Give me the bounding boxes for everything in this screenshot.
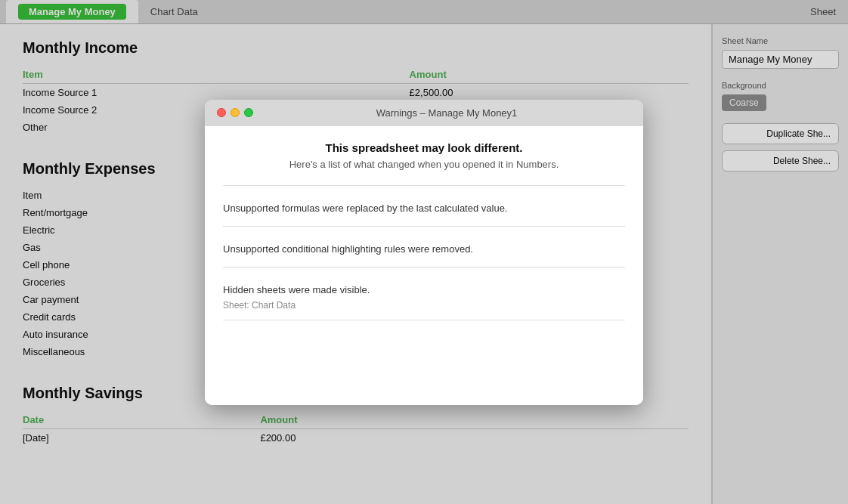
traffic-lights bbox=[217, 108, 253, 117]
modal-warning-3-sub: Sheet: Chart Data bbox=[223, 300, 625, 311]
modal-divider-2 bbox=[223, 226, 625, 227]
warnings-modal: Warnings – Manage My Money1 This spreads… bbox=[205, 100, 643, 405]
modal-warning-3: Hidden sheets were made visible. bbox=[223, 277, 625, 298]
modal-warning-1: Unsupported formulas were replaced by th… bbox=[223, 195, 625, 217]
modal-warning-2: Unsupported conditional highlighting rul… bbox=[223, 236, 625, 258]
modal-subheadline: Here's a list of what changed when you o… bbox=[223, 159, 625, 170]
modal-bottom-space bbox=[223, 329, 625, 390]
modal-overlay[interactable]: Warnings – Manage My Money1 This spreads… bbox=[0, 0, 848, 504]
modal-divider-1 bbox=[223, 185, 625, 186]
modal-divider-3 bbox=[223, 267, 625, 267]
modal-body: This spreadsheet may look different. Her… bbox=[205, 126, 643, 405]
modal-divider-4 bbox=[223, 320, 625, 320]
maximize-button[interactable] bbox=[244, 108, 253, 117]
modal-title: Warnings – Manage My Money1 bbox=[262, 107, 631, 119]
modal-headline: This spreadsheet may look different. bbox=[223, 141, 625, 154]
modal-title-bar: Warnings – Manage My Money1 bbox=[205, 100, 643, 126]
minimize-button[interactable] bbox=[231, 108, 240, 117]
close-button[interactable] bbox=[217, 108, 226, 117]
